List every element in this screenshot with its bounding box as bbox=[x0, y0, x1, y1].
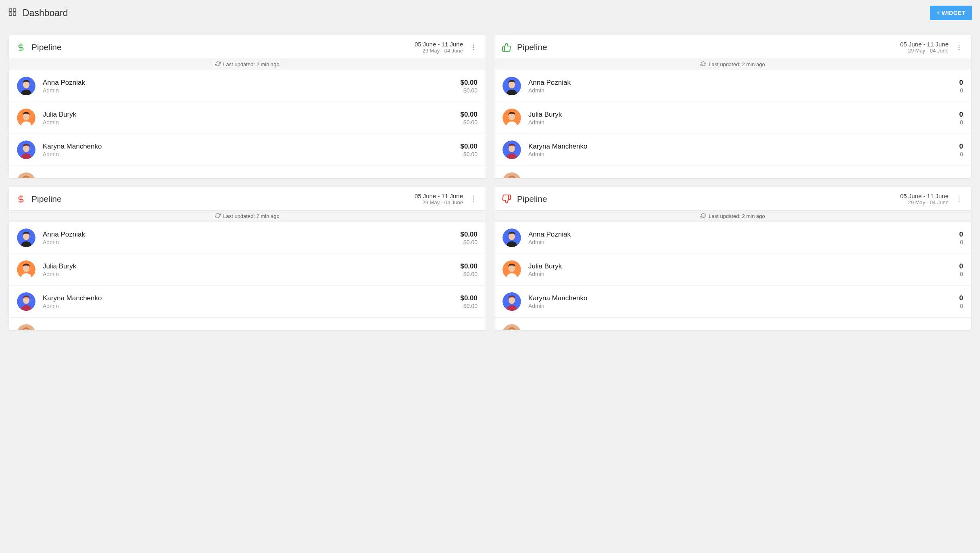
avatar bbox=[503, 260, 521, 279]
list-item[interactable]: Karyna Manchenko Admin 0 0 bbox=[494, 134, 971, 166]
page-title: Dashboard bbox=[23, 8, 68, 19]
date-range-primary: 05 June - 11 June bbox=[415, 193, 463, 199]
widget-dates: 05 June - 11 June 29 May - 04 June bbox=[415, 193, 463, 205]
list-item[interactable]: Anna Pozniak Admin 0 0 bbox=[494, 222, 971, 254]
more-menu-button[interactable] bbox=[954, 42, 964, 52]
last-updated-text: Last updated: 2 min ago bbox=[709, 213, 765, 219]
avatar bbox=[503, 172, 521, 178]
value-secondary: $0.00 bbox=[460, 119, 477, 126]
more-menu-button[interactable] bbox=[469, 194, 478, 204]
user-name: Kirill Skurikhin bbox=[43, 329, 460, 330]
user-name: Kirill Skurikhin bbox=[528, 329, 959, 330]
widget-title: Pipeline bbox=[31, 194, 415, 204]
svg-point-30 bbox=[473, 201, 474, 202]
row-info: Julia Buryk Admin bbox=[43, 111, 460, 126]
svg-point-36 bbox=[23, 297, 29, 304]
widget-dates: 05 June - 11 June 29 May - 04 June bbox=[415, 41, 463, 54]
list-item[interactable]: Anna Pozniak Admin $0.00 $0.00 bbox=[9, 70, 486, 102]
list-item[interactable]: Kirill Skurikhin 0 bbox=[494, 318, 971, 330]
svg-point-40 bbox=[959, 199, 960, 200]
add-widget-button[interactable]: + WIDGET bbox=[930, 6, 972, 20]
value-primary: 0 bbox=[959, 262, 963, 270]
row-info: Julia Buryk Admin bbox=[528, 111, 959, 126]
date-range-primary: 05 June - 11 June bbox=[900, 193, 949, 199]
row-values: 0 0 bbox=[959, 79, 963, 94]
user-name: Anna Pozniak bbox=[43, 230, 460, 239]
last-updated-bar: Last updated: 2 min ago bbox=[494, 210, 971, 222]
widget-title: Pipeline bbox=[517, 42, 900, 52]
svg-rect-2 bbox=[9, 13, 12, 15]
avatar bbox=[503, 292, 521, 311]
row-values: 0 bbox=[959, 329, 963, 330]
user-name: Anna Pozniak bbox=[528, 79, 959, 87]
last-updated-text: Last updated: 2 min ago bbox=[223, 213, 279, 219]
value-primary: 0 bbox=[959, 79, 963, 87]
value-primary: $0.00 bbox=[460, 294, 477, 302]
user-name: Anna Pozniak bbox=[43, 79, 460, 87]
user-role: Admin bbox=[43, 151, 460, 157]
list-item[interactable]: Karyna Manchenko Admin $0.00 $0.00 bbox=[9, 286, 486, 318]
user-role: Admin bbox=[528, 151, 959, 157]
value-secondary: 0 bbox=[959, 151, 963, 157]
avatar bbox=[17, 140, 35, 159]
user-role: Admin bbox=[43, 119, 460, 126]
row-values: 0 0 bbox=[959, 142, 963, 157]
date-range-secondary: 29 May - 04 June bbox=[900, 199, 949, 205]
date-range-primary: 05 June - 11 June bbox=[415, 41, 463, 48]
row-info: Karyna Manchenko Admin bbox=[43, 142, 460, 157]
row-values: 0 0 bbox=[959, 294, 963, 309]
widget-header: Pipeline 05 June - 11 June 29 May - 04 J… bbox=[9, 35, 486, 59]
row-info: Kirill Skurikhin bbox=[43, 178, 460, 178]
list-item[interactable]: Anna Pozniak Admin $0.00 $0.00 bbox=[9, 222, 486, 254]
row-values: $0.00 $0.00 bbox=[460, 294, 477, 309]
last-updated-bar: Last updated: 2 min ago bbox=[9, 210, 486, 222]
value-secondary: 0 bbox=[959, 303, 963, 309]
user-name: Karyna Manchenko bbox=[528, 142, 959, 151]
more-menu-button[interactable] bbox=[954, 194, 964, 204]
value-primary: 0 bbox=[959, 142, 963, 151]
list-item[interactable]: Julia Buryk Admin $0.00 $0.00 bbox=[9, 254, 486, 286]
list-item[interactable]: Kirill Skurikhin $0.00 bbox=[9, 166, 486, 178]
list-item[interactable]: Julia Buryk Admin 0 0 bbox=[494, 254, 971, 286]
user-role: Admin bbox=[43, 87, 460, 94]
svg-point-41 bbox=[959, 201, 960, 202]
date-range-secondary: 29 May - 04 June bbox=[415, 48, 463, 54]
value-primary: $0.00 bbox=[460, 142, 477, 151]
row-list: Anna Pozniak Admin 0 0 Julia Buryk Admin bbox=[494, 222, 971, 330]
user-name: Karyna Manchenko bbox=[43, 142, 460, 151]
row-values: $0.00 $0.00 bbox=[460, 230, 477, 245]
user-role: Admin bbox=[43, 271, 460, 277]
header-left: Dashboard bbox=[8, 8, 68, 19]
svg-point-43 bbox=[509, 233, 515, 240]
row-info: Karyna Manchenko Admin bbox=[528, 142, 959, 157]
dollar-icon bbox=[16, 42, 26, 52]
list-item[interactable]: Kirill Skurikhin $0.00 bbox=[9, 318, 486, 330]
svg-point-47 bbox=[509, 297, 515, 304]
svg-rect-1 bbox=[13, 9, 16, 11]
list-item[interactable]: Julia Buryk Admin 0 0 bbox=[494, 102, 971, 134]
svg-point-13 bbox=[23, 145, 29, 152]
svg-point-6 bbox=[473, 47, 474, 48]
thumbs-up-icon bbox=[502, 42, 511, 52]
list-item[interactable]: Anna Pozniak Admin 0 0 bbox=[494, 70, 971, 102]
list-item[interactable]: Kirill Skurikhin 0 bbox=[494, 166, 971, 178]
avatar bbox=[17, 228, 35, 247]
svg-point-16 bbox=[959, 44, 960, 46]
svg-point-20 bbox=[509, 81, 515, 88]
user-name: Julia Buryk bbox=[43, 111, 460, 119]
row-values: $0.00 $0.00 bbox=[460, 262, 477, 277]
more-menu-button[interactable] bbox=[469, 42, 478, 52]
svg-point-45 bbox=[509, 265, 515, 272]
svg-point-22 bbox=[509, 113, 515, 120]
row-values: $0.00 $0.00 bbox=[460, 142, 477, 157]
value-primary: $0.00 bbox=[460, 79, 477, 87]
value-primary: 0 bbox=[959, 178, 963, 178]
row-info: Julia Buryk Admin bbox=[43, 262, 460, 277]
row-info: Anna Pozniak Admin bbox=[43, 230, 460, 245]
svg-point-34 bbox=[23, 265, 29, 272]
list-item[interactable]: Julia Buryk Admin $0.00 $0.00 bbox=[9, 102, 486, 134]
list-item[interactable]: Karyna Manchenko Admin 0 0 bbox=[494, 286, 971, 318]
list-item[interactable]: Karyna Manchenko Admin $0.00 $0.00 bbox=[9, 134, 486, 166]
dashboard-icon bbox=[8, 8, 17, 18]
avatar bbox=[17, 260, 35, 279]
